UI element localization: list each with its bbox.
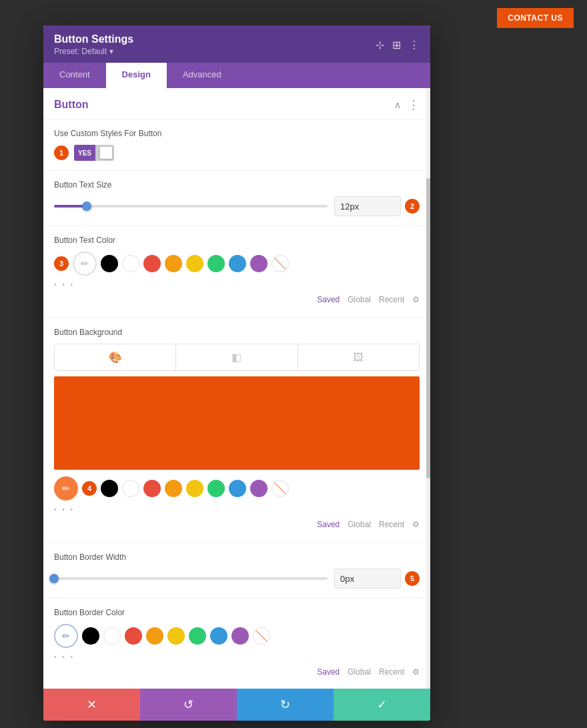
focus-icon[interactable]: ⊹ [376, 39, 384, 51]
button-text-size-block: Button Text Size 2 [43, 171, 430, 226]
border-swatch-orange[interactable] [146, 627, 163, 645]
bg-swatch-yellow[interactable] [186, 480, 203, 497]
bg-swatch-slash[interactable] [271, 480, 289, 497]
redo-button[interactable]: ↻ [237, 689, 334, 721]
color-swatch-black[interactable] [101, 255, 118, 272]
color-swatch-purple[interactable] [250, 255, 267, 272]
more-vert-icon[interactable]: ⋮ [409, 39, 420, 51]
text-color-saved[interactable]: Saved [317, 295, 340, 304]
modal-body: Button ∧ ⋮ Use Custom Styles For Button … [43, 88, 430, 689]
collapse-icon[interactable]: ∧ [394, 99, 401, 110]
text-size-slider-thumb[interactable] [82, 202, 91, 211]
border-swatch-green[interactable] [189, 627, 206, 645]
bg-tab-color[interactable]: 🎨 [55, 344, 176, 370]
text-color-settings-icon[interactable]: ⚙ [412, 295, 420, 304]
text-color-saved-row: Saved Global Recent ⚙ [54, 291, 420, 308]
color-swatch-red[interactable] [143, 255, 161, 272]
border-color-saved[interactable]: Saved [317, 667, 340, 677]
bg-swatch-green[interactable] [207, 480, 225, 497]
modal-title-group: Button Settings Preset: Default ▾ [54, 33, 133, 56]
modal-title: Button Settings [54, 33, 133, 45]
bg-color-picker-btn[interactable]: ✏ [54, 476, 78, 500]
color-swatch-green[interactable] [207, 255, 225, 272]
badge-4: 4 [82, 481, 97, 496]
bg-swatch-blue[interactable] [229, 480, 246, 497]
border-color-recent[interactable]: Recent [379, 667, 404, 677]
contact-us-button[interactable]: CONTACT US [497, 8, 574, 28]
button-border-color-block: Button Border Color ✏ • • • Saved Global… [43, 599, 430, 689]
color-picker-transparent[interactable]: ✏ [73, 252, 97, 276]
bg-color-global[interactable]: Global [348, 520, 371, 529]
toggle-yes-label: YES [74, 145, 95, 161]
text-color-global[interactable]: Global [348, 295, 371, 304]
border-color-saved-row: Saved Global Recent ⚙ [54, 663, 420, 681]
cancel-button[interactable]: ✕ [43, 689, 140, 721]
border-swatch-slash[interactable] [253, 627, 270, 645]
border-width-input[interactable] [334, 569, 401, 589]
bg-tab-gradient[interactable]: ◧ [176, 344, 298, 370]
color-swatch-white[interactable] [122, 255, 139, 272]
toggle-thumb [95, 145, 114, 161]
border-swatch-black[interactable] [82, 627, 99, 645]
split-icon[interactable]: ⊞ [392, 39, 401, 51]
scrollbar-track[interactable] [426, 88, 430, 689]
text-size-input-field[interactable] [335, 202, 382, 212]
button-background-block: Button Background 🎨 ◧ 🖼 ✏ 4 • • • [43, 318, 430, 543]
color-swatch-blue[interactable] [229, 255, 246, 272]
section-title: Button [54, 99, 89, 111]
save-button[interactable]: ✓ [334, 689, 430, 721]
bg-color-saved[interactable]: Saved [317, 520, 340, 529]
bg-swatch-white[interactable] [122, 480, 139, 497]
bg-color-dots: • • • [54, 506, 420, 513]
tab-design[interactable]: Design [106, 63, 167, 88]
border-color-row: ✏ [54, 624, 420, 648]
border-swatch-yellow[interactable] [167, 627, 185, 645]
border-swatch-white[interactable] [103, 627, 121, 645]
bg-swatch-black[interactable] [101, 480, 118, 497]
modal-preset[interactable]: Preset: Default ▾ [54, 47, 133, 56]
tab-content[interactable]: Content [43, 63, 106, 88]
color-preview-area[interactable] [54, 376, 420, 470]
button-background-label: Button Background [54, 328, 420, 337]
color-swatch-orange[interactable] [165, 255, 182, 272]
reset-button[interactable]: ↺ [140, 689, 237, 721]
border-color-dots: • • • [54, 653, 420, 661]
scrollbar-thumb[interactable] [426, 178, 430, 478]
chevron-down-icon: ▾ [109, 47, 113, 56]
color-swatch-slash[interactable] [271, 255, 289, 272]
text-size-slider-track[interactable] [54, 205, 328, 208]
bg-color-saved-row: Saved Global Recent ⚙ [54, 516, 420, 533]
section-more-icon[interactable]: ⋮ [408, 97, 420, 112]
reset-icon: ↺ [183, 697, 193, 712]
cancel-icon: ✕ [87, 697, 97, 712]
text-color-recent[interactable]: Recent [379, 295, 404, 304]
tab-advanced[interactable]: Advanced [167, 63, 237, 88]
section-header: Button ∧ ⋮ [43, 88, 430, 119]
bg-color-recent[interactable]: Recent [379, 520, 404, 529]
border-color-global[interactable]: Global [348, 667, 371, 677]
bg-tab-image[interactable]: 🖼 [298, 344, 419, 370]
tabs-bar: Content Design Advanced [43, 63, 430, 88]
button-text-size-label: Button Text Size [54, 180, 420, 190]
border-color-picker-btn[interactable]: ✏ [54, 624, 78, 648]
use-custom-styles-block: Use Custom Styles For Button 1 YES [43, 119, 430, 171]
border-width-input-field[interactable] [335, 574, 382, 584]
border-swatch-red[interactable] [125, 627, 142, 645]
bg-swatch-purple[interactable] [250, 480, 267, 497]
border-swatch-blue[interactable] [210, 627, 227, 645]
border-width-slider-thumb[interactable] [49, 574, 59, 583]
bg-swatch-red[interactable] [143, 480, 161, 497]
bottom-bar: ✕ ↺ ↻ ✓ [43, 689, 430, 721]
bg-color-settings-icon[interactable]: ⚙ [412, 520, 420, 529]
toggle-row: 1 YES [54, 145, 420, 161]
border-swatch-purple[interactable] [231, 627, 249, 645]
badge-2: 2 [405, 199, 420, 214]
color-swatch-yellow[interactable] [186, 255, 203, 272]
bg-type-tabs: 🎨 ◧ 🖼 [54, 344, 420, 371]
text-size-input[interactable] [334, 196, 401, 216]
border-width-slider-track[interactable] [54, 577, 328, 580]
bg-swatch-orange[interactable] [165, 480, 182, 497]
border-color-settings-icon[interactable]: ⚙ [412, 667, 420, 677]
bg-color-row: ✏ 4 [54, 476, 420, 500]
toggle-yes-switch[interactable]: YES [74, 145, 114, 161]
